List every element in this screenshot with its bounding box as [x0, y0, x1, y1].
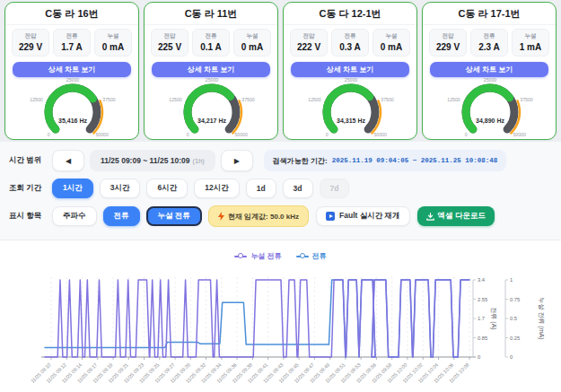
- voltage-stat: 전압 229 V: [429, 29, 467, 57]
- frequency-gauge: 01250025000375005000035,416 Hz: [5, 78, 139, 137]
- svg-text:2.55: 2.55: [478, 297, 487, 302]
- device-card-1: C동 라 16번 전압 229 V 전류 1.7 A 누설 0 mA 상세 차트…: [4, 2, 139, 140]
- leakage-monitoring-dashboard: C동 라 16번 전압 229 V 전류 1.7 A 누설 0 mA 상세 차트…: [0, 0, 561, 392]
- frequency-gauge: 01250025000375005000034,217 Hz: [145, 78, 278, 137]
- svg-text:0.85: 0.85: [478, 335, 487, 341]
- right-arrow-icon: ▶: [234, 157, 240, 165]
- svg-text:25000: 25000: [66, 78, 80, 83]
- voltage-stat: 전압 225 V: [151, 29, 188, 57]
- period-1h-button[interactable]: 1시간: [52, 179, 93, 198]
- svg-text:37500: 37500: [520, 97, 533, 102]
- stats-row: 전압 229 V 전류 2.3 A 누설 1 mA: [423, 25, 556, 57]
- available-period-badge: 검색가능한 기간: 2025.11.19 09:04:05 ~ 2025.11.…: [264, 150, 506, 171]
- download-icon: [426, 213, 434, 221]
- svg-text:전류 (A): 전류 (A): [490, 307, 497, 329]
- svg-text:37500: 37500: [102, 97, 116, 102]
- legend-item-leak-current[interactable]: 누설 전류: [234, 251, 281, 261]
- device-title: C동 라 17-1번: [423, 3, 556, 25]
- svg-text:0: 0: [465, 132, 468, 137]
- frequency-gauge: 01250025000375005000034,890 Hz: [423, 78, 557, 137]
- svg-text:35,416 Hz: 35,416 Hz: [58, 118, 87, 125]
- leak-stat: 누설 1 mA: [512, 29, 549, 57]
- svg-text:25000: 25000: [206, 78, 219, 83]
- svg-text:1.7: 1.7: [478, 316, 485, 321]
- svg-text:50000: 50000: [234, 132, 248, 137]
- stats-row: 전압 229 V 전류 1.7 A 누설 0 mA: [5, 25, 138, 57]
- play-icon: [326, 212, 335, 221]
- period-1d-button[interactable]: 1d: [246, 179, 276, 198]
- svg-text:25000: 25000: [484, 78, 497, 83]
- svg-text:0: 0: [326, 132, 329, 137]
- threshold-badge: 현재 임계값: 50.0 kHz: [208, 205, 309, 227]
- svg-text:0: 0: [187, 132, 189, 137]
- period-label: 조회 기간: [9, 183, 52, 194]
- lightning-icon: [218, 212, 224, 221]
- svg-text:50000: 50000: [95, 132, 109, 137]
- period-7d-button: 7d: [320, 179, 350, 198]
- svg-text:37500: 37500: [241, 97, 255, 102]
- leak-current-toggle-button[interactable]: 누설 전류: [146, 206, 202, 226]
- trend-chart-section: 누설 전류 전류 11/25 09:1011/25 09:1211/25 09:…: [0, 240, 561, 392]
- device-title: C동 라 11번: [145, 3, 277, 25]
- voltage-stat: 전압 222 V: [290, 29, 328, 57]
- svg-text:0: 0: [510, 354, 513, 360]
- svg-text:34,217 Hz: 34,217 Hz: [197, 118, 226, 125]
- svg-text:34,315 Hz: 34,315 Hz: [337, 118, 365, 125]
- svg-text:50000: 50000: [373, 132, 387, 137]
- prev-range-button[interactable]: ◀: [52, 150, 84, 171]
- svg-text:50000: 50000: [513, 132, 526, 137]
- leak-stat: 누설 0 mA: [373, 29, 410, 57]
- stats-row: 전압 225 V 전류 0.1 A 누설 0 mA: [145, 25, 277, 57]
- period-6h-button[interactable]: 6시간: [146, 179, 188, 198]
- current-stat: 전류 2.3 A: [470, 29, 508, 57]
- svg-text:0: 0: [48, 132, 50, 137]
- period-3h-button[interactable]: 3시간: [100, 179, 141, 198]
- svg-text:0.75: 0.75: [510, 297, 520, 302]
- device-card-2: C동 라 11번 전압 225 V 전류 0.1 A 누설 0 mA 상세 차트…: [144, 2, 278, 140]
- period-3d-button[interactable]: 3d: [283, 179, 313, 198]
- time-range-row: 시간 범위 ◀ 11/25 09:09 ~ 11/25 10:09(1h) ▶ …: [9, 150, 552, 171]
- current-stat: 전류 0.3 A: [331, 29, 369, 57]
- svg-text:37500: 37500: [381, 97, 394, 102]
- frequency-gauge: 01250025000375005000034,315 Hz: [284, 78, 417, 137]
- display-items-row: 표시 항목 주파수 전류 누설 전류 현재 임계값: 50.0 kHz Faul…: [9, 205, 552, 227]
- fault-resume-button[interactable]: Fault 실시간 재개: [316, 206, 410, 226]
- detail-chart-button[interactable]: 상세 차트 보기: [291, 62, 409, 77]
- svg-text:12500: 12500: [447, 97, 460, 102]
- period-row: 조회 기간 1시간 3시간 6시간 12시간 1d 3d 7d: [9, 179, 552, 198]
- detail-chart-button[interactable]: 상세 차트 보기: [152, 62, 270, 77]
- chart-legend: 누설 전류 전류: [0, 251, 561, 261]
- svg-text:12500: 12500: [169, 97, 182, 102]
- voltage-stat: 전압 229 V: [12, 29, 49, 57]
- svg-text:12500: 12500: [308, 97, 321, 102]
- detail-chart-button[interactable]: 상세 차트 보기: [430, 62, 548, 77]
- legend-item-current[interactable]: 전류: [296, 251, 327, 261]
- left-arrow-icon: ◀: [66, 157, 71, 165]
- controls-panel: 시간 범위 ◀ 11/25 09:09 ~ 11/25 10:09(1h) ▶ …: [0, 142, 561, 240]
- svg-text:25000: 25000: [345, 78, 358, 83]
- current-stat: 전류 0.1 A: [192, 29, 230, 57]
- excel-download-button[interactable]: 엑셀 다운로드: [417, 206, 495, 226]
- device-cards-strip: C동 라 16번 전압 229 V 전류 1.7 A 누설 0 mA 상세 차트…: [0, 0, 561, 142]
- svg-text:0: 0: [478, 354, 480, 360]
- svg-text:1: 1: [510, 277, 513, 283]
- frequency-toggle-button[interactable]: 주파수: [52, 206, 97, 226]
- stats-row: 전압 222 V 전류 0.3 A 누설 0 mA: [284, 25, 416, 57]
- svg-text:12500: 12500: [30, 97, 43, 102]
- device-card-4: C동 라 17-1번 전압 229 V 전류 2.3 A 누설 1 mA 상세 …: [422, 2, 557, 140]
- device-card-3: C동 다 12-1번 전압 222 V 전류 0.3 A 누설 0 mA 상세 …: [283, 2, 417, 140]
- detail-chart-button[interactable]: 상세 차트 보기: [13, 62, 131, 77]
- current-range-pill: 11/25 09:09 ~ 11/25 10:09(1h): [90, 150, 215, 171]
- period-12h-button[interactable]: 12시간: [194, 179, 239, 198]
- display-items-label: 표시 항목: [9, 211, 52, 222]
- current-stat: 전류 1.7 A: [53, 29, 91, 57]
- trend-chart: 11/25 09:1011/25 09:1211/25 09:1411/25 0…: [0, 240, 561, 392]
- next-range-button[interactable]: ▶: [221, 150, 253, 171]
- device-title: C동 라 16번: [5, 3, 138, 25]
- range-duration: (1h): [193, 157, 205, 165]
- current-toggle-button[interactable]: 전류: [103, 206, 140, 226]
- legend-marker: [296, 256, 309, 257]
- svg-text:0.25: 0.25: [510, 335, 520, 341]
- leak-stat: 누설 0 mA: [233, 29, 271, 57]
- time-range-label: 시간 범위: [9, 155, 52, 166]
